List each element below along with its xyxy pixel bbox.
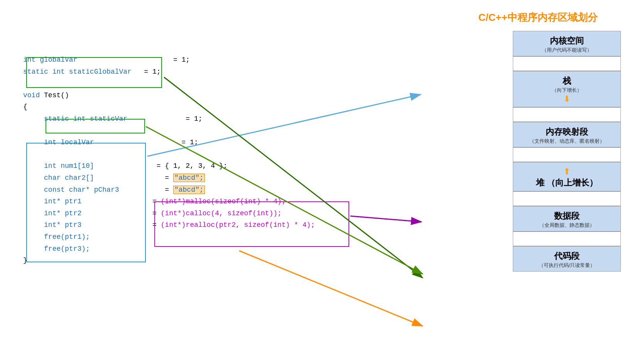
code-static-kw2: static [44, 115, 69, 123]
code-indent2 [23, 138, 40, 146]
code-line-18: } [23, 255, 315, 267]
code-free2: free(ptr3); [44, 245, 90, 253]
code-int-kw4: int [44, 138, 56, 146]
code-line-2: static int staticGlobalVar = 1; [23, 66, 315, 78]
code-brace-open: { [23, 103, 27, 111]
code-line-6: static int staticVar = 1; [23, 113, 315, 125]
code-assign2: = 1; [136, 68, 161, 76]
code-line-10: int num1[10] = { 1, 2, 3, 4 }; [23, 160, 315, 172]
code-line-5: { [23, 101, 315, 113]
code-indent9 [23, 233, 40, 241]
code-line-13: int* ptr1 = (int*)malloc(sizeof(int) * 4… [23, 196, 315, 208]
code-ptr3: ptr3 [65, 221, 81, 229]
code-assign3: = 1; [132, 115, 203, 123]
mem-code-sub: （可执行代码/只读常量） [515, 262, 619, 269]
code-area: int globalVar = 1; static int staticGlob… [23, 54, 315, 267]
code-realloc: (int*)realloc(ptr2, sizeof(int) * 4); [161, 221, 315, 229]
mem-code-title: 代码段 [515, 250, 619, 262]
code-int-kw3: int [73, 115, 86, 123]
code-int-kw: int [23, 56, 35, 64]
code-assign6a: = [98, 174, 173, 182]
code-indent10 [23, 245, 40, 253]
mem-mmap: 内存映射段 （文件映射、动态库、匿名映射） [513, 122, 621, 147]
code-free1: free(ptr1); [44, 233, 90, 241]
code-line-12: const char* pChar3 = "abcd"; [23, 184, 315, 196]
mem-stack: 栈 （向下增长） ⬇ [513, 71, 621, 107]
code-int-kw2: int [52, 68, 65, 76]
code-int-kw5: int [44, 162, 56, 170]
code-const-kw: const [44, 186, 65, 194]
code-line-14: int* ptr2 = (int*)calloc(4, sizeof(int))… [23, 208, 315, 220]
code-indent3 [23, 162, 40, 170]
mem-heap: ⬆ 堆 （向上增长） [513, 162, 621, 191]
code-char2: char2[] [65, 174, 94, 182]
code-line-4: void Test() [23, 90, 315, 101]
code-char-kw1: char [44, 174, 61, 182]
code-indent7 [23, 209, 40, 217]
mem-gap5 [513, 231, 621, 246]
code-assign4: = 1; [98, 138, 198, 146]
code-line-11: char char2[] = "abcd"; [23, 172, 315, 184]
stack-arrow-down: ⬇ [515, 94, 619, 105]
code-assign7a: = [123, 186, 173, 194]
mem-data-sub: （全局数据、静态数据） [515, 222, 619, 229]
code-indent4 [23, 174, 40, 182]
code-line-17: free(ptr3); [23, 243, 315, 255]
mem-code: 代码段 （可执行代码/只读常量） [513, 246, 621, 272]
page-title: C/C++中程序内存区域划分 [478, 11, 598, 24]
code-int-kw6: int* [44, 198, 61, 205]
code-void-kw: void [23, 91, 40, 99]
mem-kernel-sub: （用户代码不能读写） [515, 47, 619, 54]
code-pchar3-val: "abcd"; [173, 186, 205, 194]
code-line-8: int localVar = 1; [23, 137, 315, 149]
code-assign9a: = [86, 209, 161, 217]
mem-stack-sub: （向下增长） [515, 87, 619, 94]
code-assign5: = { 1, 2, 3, 4 }; [98, 162, 227, 170]
heap-arrow-up: ⬆ [515, 166, 619, 177]
code-indent1 [23, 115, 40, 123]
mem-heap-title: 堆 （向上增长） [515, 177, 619, 189]
mem-kernel-title: 内核空间 [515, 35, 619, 47]
mem-kernel: 内核空间 （用户代码不能读写） [513, 31, 621, 56]
code-indent5 [23, 186, 40, 194]
mem-gap2 [513, 107, 621, 122]
mem-mmap-sub: （文件映射、动态库、匿名映射） [515, 138, 619, 145]
mem-mmap-title: 内存映射段 [515, 126, 619, 138]
code-num1: num1[10] [61, 162, 94, 170]
code-ptr1: ptr1 [65, 198, 81, 205]
mem-gap1 [513, 56, 621, 71]
code-test-fn: Test() [44, 91, 69, 99]
code-pchar3: pChar3 [94, 186, 119, 194]
code-int-kw7: int* [44, 209, 61, 217]
mem-stack-title: 栈 [515, 75, 619, 87]
code-char2-val: "abcd"; [173, 174, 205, 182]
code-ptr2: ptr2 [65, 209, 81, 217]
code-line-16: free(ptr1); [23, 231, 315, 243]
code-calloc: (int*)calloc(4, sizeof(int)); [161, 209, 282, 217]
code-staticglobalvar: staticGlobalVar [69, 68, 132, 76]
arrow-heap-alloc-to-heap [350, 216, 421, 222]
code-char-kw2: char* [69, 186, 90, 194]
memory-diagram: 内核空间 （用户代码不能读写） 栈 （向下增长） ⬇ 内存映射段 （文件映射、动… [513, 31, 621, 272]
mem-gap4 [513, 191, 621, 206]
code-indent8 [23, 221, 40, 229]
code-line-1: int globalVar = 1; [23, 54, 315, 66]
code-globalvar: globalVar [40, 56, 77, 64]
code-staticvar: staticVar [90, 115, 127, 123]
mem-data-title: 数据段 [515, 210, 619, 222]
code-line-15: int* ptr3 = (int*)realloc(ptr2, sizeof(i… [23, 219, 315, 231]
code-assign1: = 1; [81, 56, 190, 64]
code-static-kw1: static [23, 68, 48, 76]
code-indent6 [23, 198, 40, 205]
code-malloc: (int*)malloc(sizeof(int) * 4); [161, 198, 286, 205]
code-assign8a: = [86, 198, 161, 205]
code-assign10a: = [86, 221, 161, 229]
code-brace-close: } [23, 257, 27, 264]
code-localvar: localVar [61, 138, 94, 146]
code-int-kw8: int* [44, 221, 61, 229]
mem-data: 数据段 （全局数据、静态数据） [513, 206, 621, 231]
mem-gap3 [513, 147, 621, 162]
